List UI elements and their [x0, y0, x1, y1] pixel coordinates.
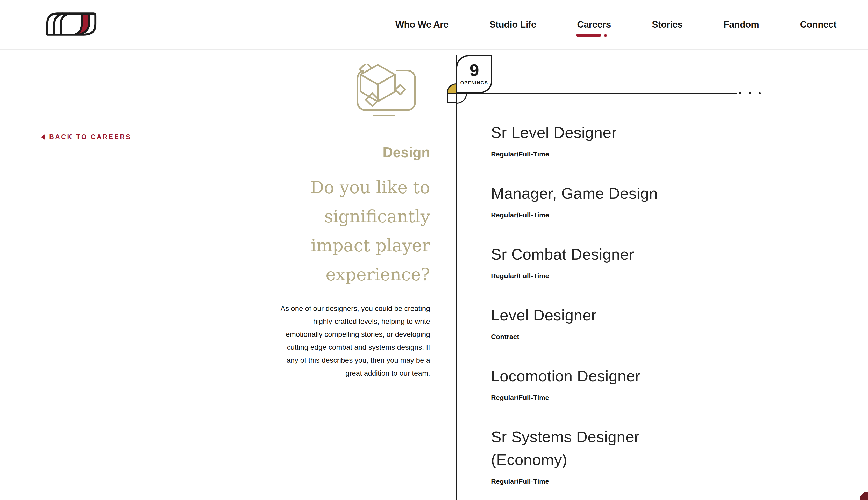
- border-dot: [749, 92, 751, 94]
- studio-logo-icon[interactable]: [44, 11, 98, 36]
- job-type: Contract: [491, 333, 672, 341]
- nav-item-label: Studio Life: [489, 19, 536, 30]
- job-listing-manager-game-design[interactable]: Manager, Game Design Regular/Full-Time: [491, 182, 672, 219]
- nav-item-careers[interactable]: Careers: [577, 19, 611, 30]
- job-type: Regular/Full-Time: [491, 477, 672, 486]
- border-dot: [759, 92, 761, 94]
- nav-item-studio-life[interactable]: Studio Life: [489, 19, 536, 30]
- job-listing-sr-systems-designer-economy[interactable]: Sr Systems Designer (Economy) Regular/Fu…: [491, 425, 672, 486]
- nav-item-stories[interactable]: Stories: [652, 19, 683, 30]
- headline-line: significantly: [259, 202, 430, 231]
- decorative-arc: [457, 94, 467, 104]
- job-title: Level Designer: [491, 304, 672, 327]
- border-dot: [739, 92, 741, 94]
- job-listing-sr-level-designer[interactable]: Sr Level Designer Regular/Full-Time: [491, 121, 672, 158]
- department-description: As one of our designers, you could be cr…: [275, 302, 430, 380]
- department-title: Design: [259, 144, 430, 161]
- job-title: Sr Level Designer: [491, 121, 672, 144]
- job-type: Regular/Full-Time: [491, 394, 672, 402]
- job-title: Sr Systems Designer (Economy): [491, 425, 672, 471]
- job-list-top-border: [447, 93, 738, 94]
- job-listing-level-designer[interactable]: Level Designer Contract: [491, 304, 672, 341]
- nav-item-label: Who We Are: [396, 19, 448, 30]
- design-monitor-cube-icon: [355, 64, 418, 118]
- main-nav: Who We Are Studio Life Careers Stories F…: [396, 0, 836, 49]
- job-listing-locomotion-designer[interactable]: Locomotion Designer Regular/Full-Time: [491, 365, 672, 402]
- job-title: Manager, Game Design: [491, 182, 672, 205]
- back-to-careers-link[interactable]: BACK TO CAREERS: [41, 133, 132, 141]
- back-link-label: BACK TO CAREERS: [49, 133, 132, 141]
- job-title: Sr Combat Designer: [491, 243, 672, 266]
- job-title: Locomotion Designer: [491, 365, 672, 388]
- active-nav-underline-dot: [604, 34, 607, 37]
- site-header: Who We Are Studio Life Careers Stories F…: [0, 0, 868, 50]
- openings-count: 9: [469, 61, 479, 79]
- nav-item-who-we-are[interactable]: Who We Are: [396, 19, 448, 30]
- nav-item-label: Careers: [577, 19, 611, 30]
- back-arrow-icon: [41, 134, 45, 140]
- job-type: Regular/Full-Time: [491, 211, 672, 219]
- openings-badge: 9 OPENINGS: [456, 55, 492, 93]
- corner-accent-icon: [860, 492, 868, 500]
- job-listing-sr-combat-designer[interactable]: Sr Combat Designer Regular/Full-Time: [491, 243, 672, 280]
- nav-item-label: Connect: [800, 19, 837, 30]
- department-headline: Do you like to significantly impact play…: [259, 173, 430, 289]
- openings-label: OPENINGS: [460, 80, 488, 86]
- job-type: Regular/Full-Time: [491, 150, 672, 158]
- gold-quarter-circle: [447, 83, 456, 93]
- active-nav-underline: [576, 34, 601, 36]
- headline-line: experience?: [259, 260, 430, 289]
- job-type: Regular/Full-Time: [491, 272, 672, 280]
- job-list-left-border: [456, 55, 457, 500]
- nav-item-connect[interactable]: Connect: [800, 19, 837, 30]
- nav-item-label: Stories: [652, 19, 683, 30]
- job-listings: Sr Level Designer Regular/Full-Time Mana…: [491, 121, 672, 500]
- decorative-square: [447, 94, 456, 103]
- headline-line: Do you like to: [259, 173, 430, 202]
- nav-item-fandom[interactable]: Fandom: [724, 19, 759, 30]
- nav-item-label: Fandom: [724, 19, 759, 30]
- headline-line: impact player: [259, 231, 430, 260]
